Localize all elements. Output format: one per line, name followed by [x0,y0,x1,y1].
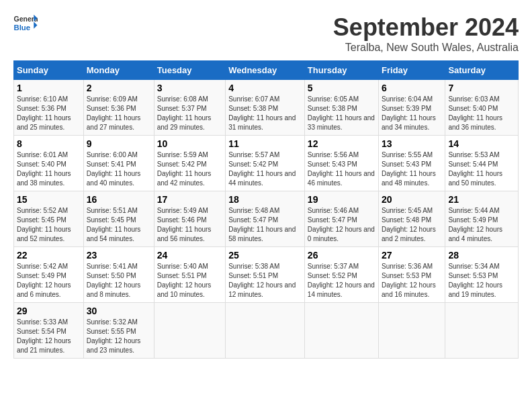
day-info: Sunrise: 5:42 AM Sunset: 5:49 PM Dayligh… [17,262,81,300]
day-info: Sunrise: 5:52 AM Sunset: 5:45 PM Dayligh… [17,206,81,244]
week-row: 15 Sunrise: 5:52 AM Sunset: 5:45 PM Dayl… [14,191,519,247]
header-row: SundayMondayTuesdayWednesdayThursdayFrid… [14,61,519,80]
day-number: 27 [382,250,442,261]
header-day-wednesday: Wednesday [226,61,305,80]
calendar-cell: 8 Sunrise: 6:01 AM Sunset: 5:40 PM Dayli… [14,136,84,191]
day-info: Sunrise: 6:10 AM Sunset: 5:36 PM Dayligh… [17,95,81,132]
calendar-cell: 21 Sunrise: 5:44 AM Sunset: 5:49 PM Dayl… [445,191,519,247]
day-number: 15 [17,194,81,205]
day-info: Sunrise: 5:48 AM Sunset: 5:47 PM Dayligh… [228,206,302,244]
calendar-cell: 19 Sunrise: 5:46 AM Sunset: 5:47 PM Dayl… [304,191,378,247]
logo-icon: General Blue [13,13,38,32]
day-info: Sunrise: 6:00 AM Sunset: 5:41 PM Dayligh… [87,150,151,188]
day-info: Sunrise: 5:57 AM Sunset: 5:42 PM Dayligh… [228,150,302,188]
day-number: 24 [157,250,222,261]
day-info: Sunrise: 6:03 AM Sunset: 5:40 PM Dayligh… [448,95,515,132]
day-info: Sunrise: 6:01 AM Sunset: 5:40 PM Dayligh… [17,150,81,188]
day-number: 3 [157,83,222,93]
calendar-cell: 16 Sunrise: 5:51 AM Sunset: 5:45 PM Dayl… [83,191,154,247]
calendar-cell: 12 Sunrise: 5:56 AM Sunset: 5:43 PM Dayl… [304,136,378,191]
day-number: 12 [308,138,375,149]
calendar-cell: 1 Sunrise: 6:10 AM Sunset: 5:36 PM Dayli… [14,80,84,136]
month-title: September 2024 [333,13,519,42]
day-number: 2 [87,83,151,93]
calendar-cell: 9 Sunrise: 6:00 AM Sunset: 5:41 PM Dayli… [83,136,154,191]
calendar-table: SundayMondayTuesdayWednesdayThursdayFrid… [13,60,519,359]
day-number: 8 [17,138,81,149]
day-number: 17 [157,194,222,205]
header-day-thursday: Thursday [304,61,378,80]
day-info: Sunrise: 5:56 AM Sunset: 5:43 PM Dayligh… [308,150,375,188]
calendar-cell: 11 Sunrise: 5:57 AM Sunset: 5:42 PM Dayl… [226,136,305,191]
calendar-cell: 7 Sunrise: 6:03 AM Sunset: 5:40 PM Dayli… [445,80,519,136]
day-info: Sunrise: 5:49 AM Sunset: 5:46 PM Dayligh… [157,206,222,244]
week-row: 29 Sunrise: 5:33 AM Sunset: 5:54 PM Dayl… [14,303,519,359]
calendar-cell [379,303,445,359]
header-day-friday: Friday [379,61,445,80]
day-info: Sunrise: 6:05 AM Sunset: 5:38 PM Dayligh… [308,95,375,132]
day-number: 14 [448,138,515,149]
calendar-cell: 22 Sunrise: 5:42 AM Sunset: 5:49 PM Dayl… [14,247,84,303]
calendar-cell [445,303,519,359]
calendar-cell: 24 Sunrise: 5:40 AM Sunset: 5:51 PM Dayl… [154,247,225,303]
calendar-cell [304,303,378,359]
day-number: 1 [17,83,81,93]
day-info: Sunrise: 5:38 AM Sunset: 5:51 PM Dayligh… [228,262,302,300]
day-number: 16 [87,194,151,205]
day-number: 28 [448,250,515,261]
day-info: Sunrise: 5:59 AM Sunset: 5:42 PM Dayligh… [157,150,222,188]
day-number: 19 [308,194,375,205]
calendar-cell: 23 Sunrise: 5:41 AM Sunset: 5:50 PM Dayl… [83,247,154,303]
day-number: 23 [87,250,151,261]
day-number: 26 [308,250,375,261]
calendar-cell: 25 Sunrise: 5:38 AM Sunset: 5:51 PM Dayl… [226,247,305,303]
calendar-cell: 4 Sunrise: 6:07 AM Sunset: 5:38 PM Dayli… [226,80,305,136]
day-info: Sunrise: 5:44 AM Sunset: 5:49 PM Dayligh… [448,206,515,244]
day-info: Sunrise: 5:46 AM Sunset: 5:47 PM Dayligh… [308,206,375,244]
day-number: 25 [228,250,302,261]
day-number: 21 [448,194,515,205]
day-number: 9 [87,138,151,149]
day-info: Sunrise: 5:41 AM Sunset: 5:50 PM Dayligh… [87,262,151,300]
day-info: Sunrise: 6:09 AM Sunset: 5:36 PM Dayligh… [87,95,151,132]
calendar-cell: 20 Sunrise: 5:45 AM Sunset: 5:48 PM Dayl… [379,191,445,247]
day-number: 5 [308,83,375,93]
day-number: 4 [228,83,302,93]
week-row: 22 Sunrise: 5:42 AM Sunset: 5:49 PM Dayl… [14,247,519,303]
header-day-monday: Monday [83,61,154,80]
location: Teralba, New South Wales, Australia [333,42,519,54]
calendar-cell: 2 Sunrise: 6:09 AM Sunset: 5:36 PM Dayli… [83,80,154,136]
day-number: 22 [17,250,81,261]
day-info: Sunrise: 5:40 AM Sunset: 5:51 PM Dayligh… [157,262,222,300]
day-info: Sunrise: 5:34 AM Sunset: 5:53 PM Dayligh… [448,262,515,300]
calendar-cell: 3 Sunrise: 6:08 AM Sunset: 5:37 PM Dayli… [154,80,225,136]
calendar-cell: 30 Sunrise: 5:32 AM Sunset: 5:55 PM Dayl… [83,303,154,359]
calendar-cell: 17 Sunrise: 5:49 AM Sunset: 5:46 PM Dayl… [154,191,225,247]
calendar-cell: 14 Sunrise: 5:53 AM Sunset: 5:44 PM Dayl… [445,136,519,191]
day-number: 10 [157,138,222,149]
header-day-sunday: Sunday [14,61,84,80]
week-row: 8 Sunrise: 6:01 AM Sunset: 5:40 PM Dayli… [14,136,519,191]
calendar-cell: 29 Sunrise: 5:33 AM Sunset: 5:54 PM Dayl… [14,303,84,359]
day-info: Sunrise: 5:45 AM Sunset: 5:48 PM Dayligh… [382,206,442,244]
calendar-cell: 5 Sunrise: 6:05 AM Sunset: 5:38 PM Dayli… [304,80,378,136]
day-info: Sunrise: 5:55 AM Sunset: 5:43 PM Dayligh… [382,150,442,188]
day-info: Sunrise: 6:04 AM Sunset: 5:39 PM Dayligh… [382,95,442,132]
day-info: Sunrise: 5:53 AM Sunset: 5:44 PM Dayligh… [448,150,515,188]
calendar-cell: 26 Sunrise: 5:37 AM Sunset: 5:52 PM Dayl… [304,247,378,303]
calendar-cell [226,303,305,359]
day-number: 7 [448,83,515,93]
day-info: Sunrise: 5:32 AM Sunset: 5:55 PM Dayligh… [87,318,151,355]
page-header: General Blue September 2024 Teralba, New… [13,13,519,54]
svg-text:Blue: Blue [14,24,31,32]
header-day-tuesday: Tuesday [154,61,225,80]
title-block: September 2024 Teralba, New South Wales,… [333,13,519,54]
calendar-cell: 27 Sunrise: 5:36 AM Sunset: 5:53 PM Dayl… [379,247,445,303]
header-day-saturday: Saturday [445,61,519,80]
day-info: Sunrise: 5:36 AM Sunset: 5:53 PM Dayligh… [382,262,442,300]
calendar-cell [154,303,225,359]
calendar-cell: 10 Sunrise: 5:59 AM Sunset: 5:42 PM Dayl… [154,136,225,191]
day-number: 18 [228,194,302,205]
logo: General Blue [13,13,38,32]
day-info: Sunrise: 5:33 AM Sunset: 5:54 PM Dayligh… [17,318,81,355]
